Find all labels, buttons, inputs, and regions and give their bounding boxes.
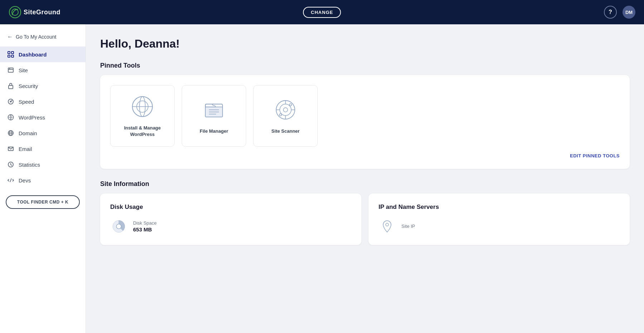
- back-to-account-link[interactable]: ← Go To My Account: [0, 30, 86, 44]
- back-arrow-icon: ←: [7, 34, 13, 40]
- sidebar-security-label: Security: [19, 83, 38, 89]
- avatar[interactable]: DM: [623, 6, 635, 19]
- svg-rect-4: [8, 55, 10, 57]
- edit-pinned-tools: EDIT PINNED TOOLS: [110, 152, 620, 159]
- globe-icon: [7, 129, 14, 137]
- ip-servers-card: IP and Name Servers Site IP: [369, 194, 630, 245]
- sidebar-email-label: Email: [19, 146, 32, 152]
- svg-point-0: [9, 6, 21, 18]
- pinned-tools-title: Pinned Tools: [100, 62, 630, 69]
- site-ip-row: Site IP: [379, 218, 620, 235]
- wordpress-tool-icon: [130, 94, 155, 119]
- svg-rect-3: [11, 52, 14, 54]
- disk-usage-title: Disk Usage: [110, 204, 351, 211]
- sidebar-item-site[interactable]: Site: [0, 62, 86, 78]
- pinned-tools-card: Install & Manage WordPress: [100, 75, 630, 169]
- disk-space-value: 653 MB: [133, 226, 157, 232]
- disk-space-label: Disk Space: [133, 220, 157, 226]
- sidebar-dashboard-label: Dashboard: [19, 52, 47, 58]
- logo-text: SiteGround: [24, 9, 60, 16]
- disk-space-info: Disk Space 653 MB: [133, 220, 157, 232]
- sidebar-item-speed[interactable]: Speed: [0, 94, 86, 109]
- wordpress-icon: [7, 114, 14, 121]
- svg-point-29: [280, 104, 291, 116]
- sidebar-item-email[interactable]: Email: [0, 141, 86, 157]
- svg-point-35: [289, 104, 292, 106]
- lock-icon: [7, 82, 14, 89]
- svg-rect-5: [11, 55, 14, 57]
- clock-icon: [7, 161, 14, 168]
- ip-servers-title: IP and Name Servers: [379, 204, 620, 211]
- svg-line-18: [10, 178, 11, 182]
- pinned-tools-grid: Install & Manage WordPress: [110, 85, 620, 147]
- file-manager-tool-label: File Manager: [200, 128, 228, 134]
- svg-point-30: [283, 108, 288, 112]
- disk-usage-icon: [110, 218, 127, 235]
- disk-usage-card: Disk Usage Disk Space 653 MB: [100, 194, 361, 245]
- main-layout: ← Go To My Account Dashboard: [0, 24, 644, 333]
- wordpress-tool-label: Install & Manage WordPress: [118, 125, 167, 138]
- site-scanner-tool-label: Site Scanner: [272, 128, 300, 134]
- sidebar-item-security[interactable]: Security: [0, 78, 86, 94]
- tool-card-wordpress[interactable]: Install & Manage WordPress: [110, 85, 175, 147]
- file-manager-tool-icon: [201, 97, 226, 122]
- svg-point-11: [10, 101, 11, 102]
- speed-icon: [7, 98, 14, 105]
- site-info-grid: Disk Usage Disk Space 653 MB: [100, 194, 630, 245]
- tool-finder-button[interactable]: TOOL FINDER CMD + K: [6, 195, 80, 209]
- svg-point-39: [386, 223, 389, 226]
- topnav: SiteGround CHANGE ? DM: [0, 0, 644, 24]
- svg-point-38: [116, 224, 121, 229]
- logo-icon: [9, 6, 21, 19]
- grid-icon: [7, 51, 14, 58]
- sidebar-item-wordpress[interactable]: WordPress: [0, 109, 86, 125]
- devs-icon: [7, 177, 14, 184]
- svg-rect-9: [9, 85, 13, 89]
- svg-point-36: [279, 114, 282, 116]
- sidebar-site-label: Site: [19, 67, 28, 73]
- tool-card-site-scanner[interactable]: Site Scanner: [253, 85, 318, 147]
- page-title: Hello, Deanna!: [100, 37, 630, 50]
- sidebar-wordpress-label: WordPress: [19, 114, 45, 121]
- site-info-title: Site Information: [100, 180, 630, 188]
- sidebar: ← Go To My Account Dashboard: [0, 24, 86, 333]
- site-ip-label: Site IP: [401, 224, 415, 229]
- sidebar-devs-label: Devs: [19, 177, 31, 183]
- disk-usage-row: Disk Space 653 MB: [110, 218, 351, 235]
- sidebar-item-domain[interactable]: Domain: [0, 125, 86, 141]
- sidebar-speed-label: Speed: [19, 99, 34, 105]
- logo: SiteGround: [9, 6, 60, 19]
- sidebar-domain-label: Domain: [19, 130, 37, 136]
- tool-card-file-manager[interactable]: File Manager: [182, 85, 246, 147]
- main-content: Hello, Deanna! Pinned Tools Install & Ma…: [86, 24, 644, 333]
- change-button[interactable]: CHANGE: [303, 7, 341, 18]
- nav-right: ? DM: [604, 6, 635, 19]
- help-button[interactable]: ?: [604, 6, 617, 19]
- svg-rect-6: [8, 68, 13, 72]
- site-icon: [7, 67, 14, 74]
- email-icon: [7, 145, 14, 152]
- sidebar-item-devs[interactable]: Devs: [0, 172, 86, 188]
- sidebar-item-dashboard[interactable]: Dashboard: [0, 46, 86, 62]
- sidebar-item-statistics[interactable]: Statistics: [0, 157, 86, 172]
- svg-rect-2: [8, 52, 10, 54]
- sidebar-statistics-label: Statistics: [19, 162, 40, 168]
- site-scanner-tool-icon: [273, 97, 298, 122]
- site-ip-icon: [379, 218, 396, 235]
- edit-pinned-tools-link[interactable]: EDIT PINNED TOOLS: [570, 153, 620, 158]
- site-ip-info: Site IP: [401, 224, 415, 230]
- back-link-label: Go To My Account: [16, 34, 56, 40]
